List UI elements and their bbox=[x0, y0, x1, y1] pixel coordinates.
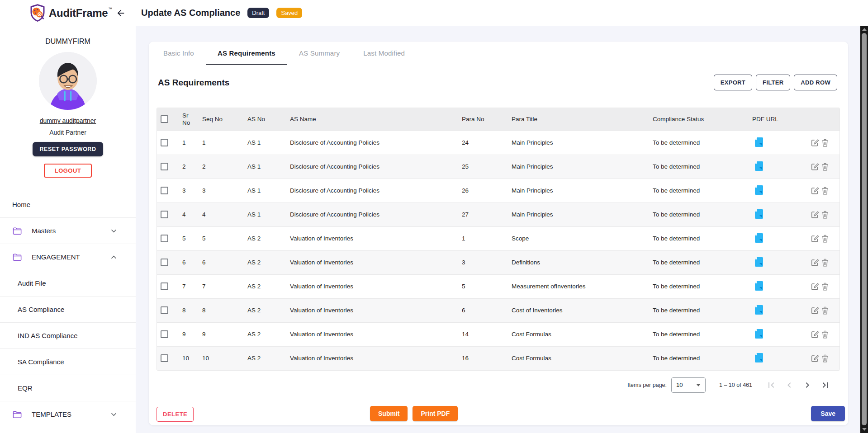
logo-icon bbox=[28, 4, 47, 23]
pdf-file-icon[interactable] bbox=[752, 161, 763, 171]
trash-icon[interactable] bbox=[821, 139, 829, 147]
sidebar-item-engagement[interactable]: ENGAGEMENT bbox=[0, 244, 136, 270]
row-checkbox[interactable] bbox=[161, 306, 168, 314]
cell-as-name: Valuation of Inventories bbox=[286, 346, 458, 370]
add-row-button[interactable]: ADD ROW bbox=[794, 75, 837, 90]
page-size-select[interactable]: 10 bbox=[671, 377, 706, 393]
sidebar-item-as-compliance[interactable]: AS Compliance bbox=[0, 296, 136, 322]
row-checkbox[interactable] bbox=[161, 187, 168, 194]
cell-para-no: 16 bbox=[458, 346, 508, 370]
pdf-file-icon[interactable] bbox=[752, 257, 763, 267]
row-checkbox[interactable] bbox=[161, 354, 168, 362]
edit-icon[interactable] bbox=[811, 187, 819, 194]
edit-icon[interactable] bbox=[811, 259, 819, 266]
pdf-file-icon[interactable] bbox=[752, 185, 763, 195]
edit-icon[interactable] bbox=[811, 235, 819, 242]
table-row: 1 1 AS 1 Disclosure of Accounting Polici… bbox=[157, 131, 840, 155]
submit-button[interactable]: Submit bbox=[370, 406, 408, 421]
scrollbar-thumb[interactable] bbox=[862, 33, 867, 425]
cell-para-no: 14 bbox=[458, 322, 508, 346]
row-checkbox[interactable] bbox=[161, 163, 168, 170]
cell-sr: 3 bbox=[179, 179, 199, 202]
logo-trademark: ™ bbox=[108, 7, 112, 11]
print-pdf-button[interactable]: Print PDF bbox=[413, 406, 458, 421]
row-checkbox[interactable] bbox=[161, 235, 168, 242]
cell-sr: 6 bbox=[179, 250, 199, 274]
row-checkbox[interactable] bbox=[161, 139, 168, 146]
tab-last-modified[interactable]: Last Modified bbox=[351, 42, 417, 65]
column-header-status: Compliance Status bbox=[649, 108, 749, 131]
trash-icon[interactable] bbox=[821, 211, 829, 219]
sidebar-item-sa-compliance[interactable]: SA Compliance bbox=[0, 348, 136, 375]
prev-page-icon[interactable] bbox=[780, 377, 798, 393]
filter-button[interactable]: FILTER bbox=[756, 75, 790, 90]
sidebar-item-ind-as-compliance[interactable]: IND AS Compliance bbox=[0, 322, 136, 348]
logout-button[interactable]: LOGOUT bbox=[44, 164, 92, 178]
sidebar-item-label: EQR bbox=[18, 384, 33, 392]
row-checkbox[interactable] bbox=[161, 259, 168, 266]
back-arrow-icon bbox=[116, 8, 126, 18]
reset-password-button[interactable]: RESET PASSWORD bbox=[33, 142, 104, 156]
trash-icon[interactable] bbox=[821, 306, 829, 315]
next-page-icon[interactable] bbox=[798, 377, 816, 393]
cell-as-no: AS 2 bbox=[244, 322, 286, 346]
cell-as-no: AS 2 bbox=[244, 346, 286, 370]
cell-as-name: Valuation of Inventories bbox=[286, 250, 458, 274]
sidebar-item-masters[interactable]: Masters bbox=[0, 217, 136, 244]
pdf-file-icon[interactable] bbox=[752, 305, 763, 315]
trash-icon[interactable] bbox=[821, 163, 829, 171]
trash-icon[interactable] bbox=[821, 259, 829, 267]
tab-bar: Basic Info AS Requirements AS Summary La… bbox=[149, 42, 848, 65]
sidebar-item-audit-file[interactable]: Audit File bbox=[0, 270, 136, 296]
folder-icon bbox=[12, 227, 22, 235]
cell-as-name: Valuation of Inventories bbox=[286, 274, 458, 298]
table-row: 7 7 AS 2 Valuation of Inventories 5 Meas… bbox=[157, 274, 840, 298]
sidebar-item-templates[interactable]: TEMPLATES bbox=[0, 401, 136, 427]
select-all-checkbox[interactable] bbox=[161, 115, 168, 123]
cell-para-no: 5 bbox=[458, 274, 508, 298]
edit-icon[interactable] bbox=[811, 306, 819, 314]
tab-as-requirements[interactable]: AS Requirements bbox=[206, 42, 287, 65]
pdf-file-icon[interactable] bbox=[752, 137, 763, 147]
page-range-label: 1 – 10 of 461 bbox=[719, 382, 752, 388]
row-checkbox[interactable] bbox=[161, 330, 168, 338]
pdf-file-icon[interactable] bbox=[752, 209, 763, 219]
user-role: Audit Partner bbox=[0, 129, 136, 136]
scroll-up-icon[interactable] bbox=[862, 28, 867, 31]
trash-icon[interactable] bbox=[821, 235, 829, 243]
edit-icon[interactable] bbox=[811, 163, 819, 170]
row-checkbox[interactable] bbox=[161, 211, 168, 218]
tab-basic-info[interactable]: Basic Info bbox=[152, 42, 206, 65]
edit-icon[interactable] bbox=[811, 330, 819, 338]
edit-icon[interactable] bbox=[811, 282, 819, 290]
edit-icon[interactable] bbox=[811, 139, 819, 146]
sidebar-item-label: SA Compliance bbox=[18, 358, 64, 366]
pdf-file-icon[interactable] bbox=[752, 281, 763, 291]
trash-icon[interactable] bbox=[821, 330, 829, 339]
last-page-icon[interactable] bbox=[816, 377, 835, 393]
first-page-icon[interactable] bbox=[762, 377, 780, 393]
pdf-file-icon[interactable] bbox=[752, 329, 763, 339]
cell-as-no: AS 2 bbox=[244, 226, 286, 250]
row-checkbox[interactable] bbox=[161, 282, 168, 290]
user-name-link[interactable]: dummy auditpartner bbox=[40, 117, 96, 124]
back-button[interactable] bbox=[114, 6, 128, 20]
pdf-file-icon[interactable] bbox=[752, 233, 763, 243]
cell-as-name: Disclosure of Accounting Policies bbox=[286, 202, 458, 226]
scroll-down-icon[interactable] bbox=[862, 428, 867, 431]
export-button[interactable]: EXPORT bbox=[714, 75, 752, 90]
save-button[interactable]: Save bbox=[811, 406, 845, 421]
cell-para-no: 3 bbox=[458, 250, 508, 274]
vertical-scrollbar[interactable] bbox=[860, 26, 868, 433]
trash-icon[interactable] bbox=[821, 354, 829, 362]
pdf-file-icon[interactable] bbox=[752, 353, 763, 362]
edit-icon[interactable] bbox=[811, 354, 819, 362]
edit-icon[interactable] bbox=[811, 211, 819, 218]
delete-button[interactable]: DELETE bbox=[157, 407, 194, 422]
sidebar-item-eqr[interactable]: EQR bbox=[0, 375, 136, 401]
tab-as-summary[interactable]: AS Summary bbox=[287, 42, 351, 65]
sidebar-item-home[interactable]: Home bbox=[0, 191, 136, 217]
trash-icon[interactable] bbox=[821, 282, 829, 291]
trash-icon[interactable] bbox=[821, 187, 829, 195]
cell-para-title: Cost Formulas bbox=[508, 346, 649, 370]
